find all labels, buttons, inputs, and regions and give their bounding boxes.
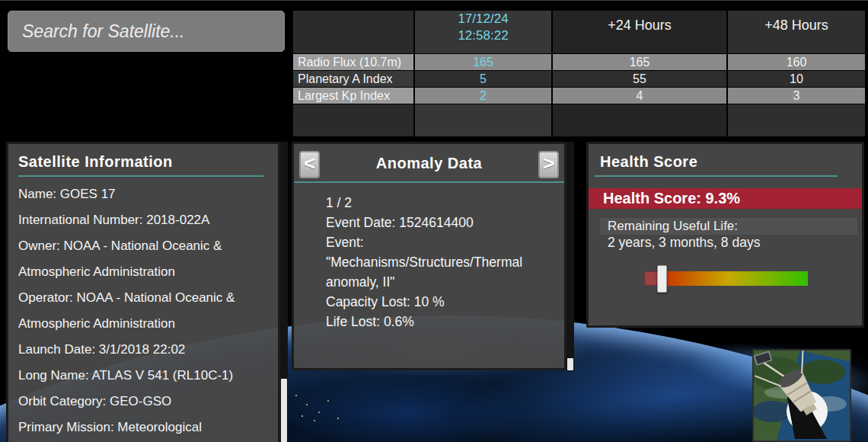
top-divider <box>0 0 868 1</box>
info-line-launch-date: Launch Date: 3/1/2018 22:02 <box>18 337 268 363</box>
slider-handle[interactable] <box>657 265 667 293</box>
anomaly-pager: 1 / 2 <box>326 193 564 213</box>
current-date: 17/12/24 <box>458 11 508 27</box>
info-line-name: Name: GOES 17 <box>18 181 268 207</box>
satellite-info-scrollbar[interactable] <box>280 142 288 442</box>
anomaly-event-value: "Mechanisms/Structures/Thermal <box>326 252 564 272</box>
planetary-a-plus48: 10 <box>728 71 865 87</box>
current-time: 12:58:22 <box>458 27 508 44</box>
anomaly-event-value-wrap: anomaly, II" <box>326 272 564 292</box>
plus48-header: +48 Hours <box>728 11 865 53</box>
title-underline <box>294 181 564 183</box>
space-weather-table: 17/12/24 12:58:22 +24 Hours +48 Hours Ra… <box>293 11 865 136</box>
table-corner-cell <box>293 11 413 53</box>
info-line-owner: Owner: NOAA - National Oceanic & <box>18 233 268 259</box>
app-root: 17/12/24 12:58:22 +24 Hours +48 Hours Ra… <box>0 0 868 442</box>
plus24-header: +24 Hours <box>553 11 726 53</box>
row-label-largest-kp: Largest Kp Index <box>293 88 413 104</box>
info-line-intl-number: International Number: 2018-022A <box>18 207 268 233</box>
info-line-operator: Operator: NOAA - National Oceanic & <box>18 285 268 311</box>
health-score-title: Health Score <box>589 144 862 175</box>
current-datetime-header: 17/12/24 12:58:22 <box>415 11 551 53</box>
health-score-panel: Health Score Health Score: 9.3% Remainin… <box>586 142 864 328</box>
info-line-primary-mission: Primary Mission: Meteorological <box>18 415 268 440</box>
next-anomaly-button[interactable]: > <box>538 151 559 178</box>
largest-kp-plus24: 4 <box>553 88 726 104</box>
anomaly-life-lost: Life Lost: 0.6% <box>326 312 564 332</box>
previous-anomaly-button[interactable]: < <box>299 151 320 178</box>
health-score-slider[interactable] <box>644 271 809 286</box>
chevron-left-icon: < <box>304 152 315 175</box>
search-input[interactable] <box>8 11 285 52</box>
info-line-long-name: Long Name: ATLAS V 541 (RL10C-1) <box>18 363 268 389</box>
title-underline <box>595 175 838 177</box>
planetary-a-current: 5 <box>415 71 551 87</box>
radio-flux-current: 165 <box>415 54 551 70</box>
info-line-operator-wrap: Atmospheric Administration <box>18 311 268 337</box>
anomaly-title: Anomaly Data <box>294 144 564 172</box>
satellite-info-title: Satellite Information <box>8 144 278 175</box>
table-footer-cell <box>415 104 551 136</box>
scrollbar-thumb[interactable] <box>567 358 573 370</box>
remaining-useful-life-label: Remaining Useful Life: <box>600 218 857 235</box>
remaining-useful-life-value: 2 years, 3 months, 8 days <box>608 235 760 251</box>
info-line-orbit-category: Orbit Category: GEO-GSO <box>18 389 268 415</box>
row-label-planetary-a: Planetary A Index <box>293 71 413 87</box>
anomaly-details: 1 / 2 Event Date: 1524614400 Event: "Mec… <box>326 193 564 332</box>
anomaly-capacity-lost: Capacity Lost: 10 % <box>326 292 564 312</box>
satellite-info-panel: Satellite Information Name: GOES 17 Inte… <box>6 142 280 442</box>
table-footer-cell <box>293 104 413 136</box>
planetary-a-plus24: 55 <box>553 71 726 87</box>
health-score-banner: Health Score: 9.3% <box>589 188 862 209</box>
satellite-thumbnail <box>752 349 851 442</box>
anomaly-event-label: Event: <box>326 232 564 252</box>
anomaly-event-date: Event Date: 1524614400 <box>326 213 564 232</box>
radio-flux-plus48: 160 <box>728 54 865 70</box>
anomaly-scrollbar[interactable] <box>566 142 574 371</box>
scrollbar-thumb[interactable] <box>281 379 287 442</box>
row-label-radio-flux: Radio Flux (10.7m) <box>293 54 413 70</box>
anomaly-data-panel: < Anomaly Data > 1 / 2 Event Date: 15246… <box>292 142 566 370</box>
city-lights <box>295 395 297 396</box>
largest-kp-current: 2 <box>415 88 551 104</box>
table-footer-cell <box>553 104 726 136</box>
satellite-illustration <box>754 351 850 440</box>
largest-kp-plus48: 3 <box>728 88 865 104</box>
chevron-right-icon: > <box>543 152 554 175</box>
table-footer-cell <box>728 104 865 136</box>
radio-flux-plus24: 165 <box>553 54 726 70</box>
anomaly-header: < Anomaly Data > <box>294 144 564 181</box>
title-underline <box>18 175 263 177</box>
satellite-info-list: Name: GOES 17 International Number: 2018… <box>8 181 278 440</box>
info-line-owner-wrap: Atmospheric Administration <box>18 259 268 285</box>
slider-gradient-track <box>662 271 808 286</box>
